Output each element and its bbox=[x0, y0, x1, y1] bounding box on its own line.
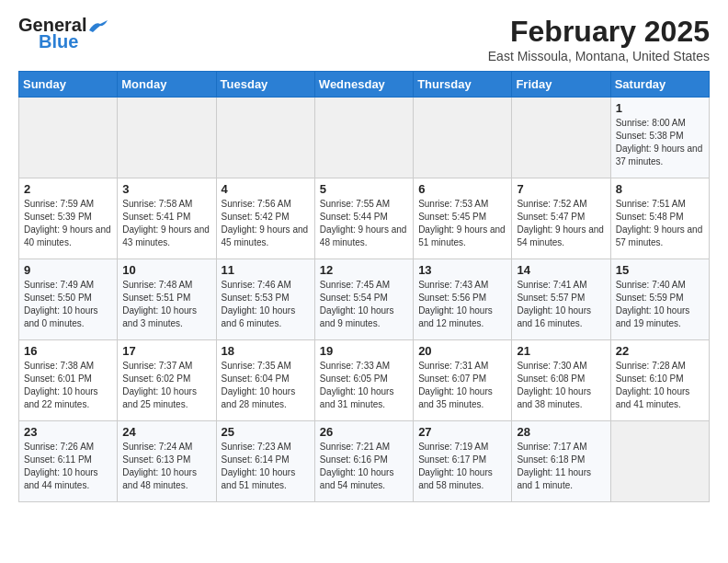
calendar-cell-w4-d1: 16Sunrise: 7:38 AM Sunset: 6:01 PM Dayli… bbox=[19, 340, 118, 421]
calendar-cell-w3-d1: 9Sunrise: 7:49 AM Sunset: 5:50 PM Daylig… bbox=[19, 259, 118, 340]
day-info: Sunrise: 7:43 AM Sunset: 5:56 PM Dayligh… bbox=[418, 279, 506, 330]
calendar-table: Sunday Monday Tuesday Wednesday Thursday… bbox=[18, 71, 710, 502]
calendar-cell-w4-d4: 19Sunrise: 7:33 AM Sunset: 6:05 PM Dayli… bbox=[314, 340, 413, 421]
day-number: 20 bbox=[418, 344, 506, 358]
calendar-cell-w5-d4: 26Sunrise: 7:21 AM Sunset: 6:16 PM Dayli… bbox=[314, 421, 413, 502]
day-info: Sunrise: 7:24 AM Sunset: 6:13 PM Dayligh… bbox=[122, 441, 210, 492]
calendar-cell-w5-d1: 23Sunrise: 7:26 AM Sunset: 6:11 PM Dayli… bbox=[19, 421, 118, 502]
calendar-cell-w3-d7: 15Sunrise: 7:40 AM Sunset: 5:59 PM Dayli… bbox=[610, 259, 709, 340]
day-number: 5 bbox=[320, 182, 408, 196]
calendar-cell-w2-d4: 5Sunrise: 7:55 AM Sunset: 5:44 PM Daylig… bbox=[314, 178, 413, 259]
logo-part2: Blue bbox=[39, 31, 78, 52]
day-number: 12 bbox=[320, 263, 408, 277]
calendar-cell-w2-d1: 2Sunrise: 7:59 AM Sunset: 5:39 PM Daylig… bbox=[19, 178, 118, 259]
calendar-cell-w1-d7: 1Sunrise: 8:00 AM Sunset: 5:38 PM Daylig… bbox=[610, 98, 709, 178]
logo-bird-icon bbox=[87, 19, 108, 34]
calendar-cell-w3-d6: 14Sunrise: 7:41 AM Sunset: 5:57 PM Dayli… bbox=[512, 259, 610, 340]
calendar-cell-w2-d6: 7Sunrise: 7:52 AM Sunset: 5:47 PM Daylig… bbox=[512, 178, 610, 259]
calendar-header-row: Sunday Monday Tuesday Wednesday Thursday… bbox=[19, 72, 710, 98]
day-info: Sunrise: 7:49 AM Sunset: 5:50 PM Dayligh… bbox=[24, 279, 112, 330]
calendar-cell-w2-d2: 3Sunrise: 7:58 AM Sunset: 5:41 PM Daylig… bbox=[118, 178, 216, 259]
day-number: 10 bbox=[122, 263, 210, 277]
title-area: February 2025 East Missoula, Montana, Un… bbox=[488, 15, 710, 63]
day-number: 17 bbox=[122, 344, 210, 358]
day-info: Sunrise: 7:35 AM Sunset: 6:04 PM Dayligh… bbox=[222, 360, 310, 411]
calendar-cell-w2-d7: 8Sunrise: 7:51 AM Sunset: 5:48 PM Daylig… bbox=[610, 178, 709, 259]
day-info: Sunrise: 7:45 AM Sunset: 5:54 PM Dayligh… bbox=[320, 279, 408, 330]
calendar-cell-w1-d6 bbox=[512, 98, 610, 178]
calendar-cell-w4-d2: 17Sunrise: 7:37 AM Sunset: 6:02 PM Dayli… bbox=[118, 340, 216, 421]
day-number: 18 bbox=[222, 344, 310, 358]
day-info: Sunrise: 7:26 AM Sunset: 6:11 PM Dayligh… bbox=[24, 441, 112, 492]
header-friday: Friday bbox=[512, 72, 610, 98]
month-title: February 2025 bbox=[488, 15, 710, 49]
calendar-cell-w3-d5: 13Sunrise: 7:43 AM Sunset: 5:56 PM Dayli… bbox=[414, 259, 512, 340]
header-tuesday: Tuesday bbox=[216, 72, 314, 98]
calendar-body: 1Sunrise: 8:00 AM Sunset: 5:38 PM Daylig… bbox=[19, 98, 710, 502]
day-number: 2 bbox=[24, 182, 112, 196]
day-info: Sunrise: 7:48 AM Sunset: 5:51 PM Dayligh… bbox=[122, 279, 210, 330]
day-info: Sunrise: 7:21 AM Sunset: 6:16 PM Dayligh… bbox=[320, 441, 408, 492]
calendar-week-4: 16Sunrise: 7:38 AM Sunset: 6:01 PM Dayli… bbox=[19, 340, 710, 421]
calendar-cell-w5-d7 bbox=[610, 421, 709, 502]
calendar-cell-w5-d3: 25Sunrise: 7:23 AM Sunset: 6:14 PM Dayli… bbox=[216, 421, 314, 502]
header-wednesday: Wednesday bbox=[314, 72, 413, 98]
header-thursday: Thursday bbox=[414, 72, 512, 98]
calendar-cell-w3-d4: 12Sunrise: 7:45 AM Sunset: 5:54 PM Dayli… bbox=[314, 259, 413, 340]
day-number: 27 bbox=[418, 425, 506, 439]
day-info: Sunrise: 7:58 AM Sunset: 5:41 PM Dayligh… bbox=[122, 198, 210, 249]
calendar-cell-w4-d5: 20Sunrise: 7:31 AM Sunset: 6:07 PM Dayli… bbox=[414, 340, 512, 421]
calendar-cell-w1-d4 bbox=[314, 98, 413, 178]
day-number: 22 bbox=[616, 344, 704, 358]
calendar-cell-w4-d6: 21Sunrise: 7:30 AM Sunset: 6:08 PM Dayli… bbox=[512, 340, 610, 421]
day-number: 9 bbox=[24, 263, 112, 277]
calendar-cell-w2-d5: 6Sunrise: 7:53 AM Sunset: 5:45 PM Daylig… bbox=[414, 178, 512, 259]
day-info: Sunrise: 7:46 AM Sunset: 5:53 PM Dayligh… bbox=[222, 279, 310, 330]
calendar-cell-w1-d1 bbox=[19, 98, 118, 178]
calendar-week-1: 1Sunrise: 8:00 AM Sunset: 5:38 PM Daylig… bbox=[19, 98, 710, 178]
logo: General Blue bbox=[18, 15, 108, 52]
calendar-cell-w1-d3 bbox=[216, 98, 314, 178]
day-info: Sunrise: 7:38 AM Sunset: 6:01 PM Dayligh… bbox=[24, 360, 112, 411]
day-number: 19 bbox=[320, 344, 408, 358]
day-number: 14 bbox=[517, 263, 605, 277]
day-info: Sunrise: 7:55 AM Sunset: 5:44 PM Dayligh… bbox=[320, 198, 408, 249]
calendar-cell-w3-d3: 11Sunrise: 7:46 AM Sunset: 5:53 PM Dayli… bbox=[216, 259, 314, 340]
day-info: Sunrise: 7:19 AM Sunset: 6:17 PM Dayligh… bbox=[418, 441, 506, 492]
day-info: Sunrise: 7:56 AM Sunset: 5:42 PM Dayligh… bbox=[222, 198, 310, 249]
day-info: Sunrise: 7:33 AM Sunset: 6:05 PM Dayligh… bbox=[320, 360, 408, 411]
calendar-cell-w1-d2 bbox=[118, 98, 216, 178]
page-container: General Blue February 2025 East Missoula… bbox=[0, 0, 728, 517]
day-info: Sunrise: 7:37 AM Sunset: 6:02 PM Dayligh… bbox=[122, 360, 210, 411]
day-info: Sunrise: 7:40 AM Sunset: 5:59 PM Dayligh… bbox=[616, 279, 704, 330]
calendar-cell-w2-d3: 4Sunrise: 7:56 AM Sunset: 5:42 PM Daylig… bbox=[216, 178, 314, 259]
header-sunday: Sunday bbox=[19, 72, 118, 98]
day-info: Sunrise: 7:41 AM Sunset: 5:57 PM Dayligh… bbox=[517, 279, 605, 330]
day-number: 13 bbox=[418, 263, 506, 277]
calendar-cell-w5-d5: 27Sunrise: 7:19 AM Sunset: 6:17 PM Dayli… bbox=[414, 421, 512, 502]
day-number: 11 bbox=[222, 263, 310, 277]
day-number: 7 bbox=[517, 182, 605, 196]
day-info: Sunrise: 7:53 AM Sunset: 5:45 PM Dayligh… bbox=[418, 198, 506, 249]
day-number: 16 bbox=[24, 344, 112, 358]
day-number: 26 bbox=[320, 425, 408, 439]
header-saturday: Saturday bbox=[610, 72, 709, 98]
day-number: 6 bbox=[418, 182, 506, 196]
location: East Missoula, Montana, United States bbox=[488, 49, 710, 63]
day-info: Sunrise: 7:51 AM Sunset: 5:48 PM Dayligh… bbox=[616, 198, 704, 249]
day-info: Sunrise: 7:17 AM Sunset: 6:18 PM Dayligh… bbox=[517, 441, 605, 492]
day-number: 1 bbox=[616, 101, 704, 115]
day-info: Sunrise: 7:59 AM Sunset: 5:39 PM Dayligh… bbox=[24, 198, 112, 249]
day-number: 15 bbox=[616, 263, 704, 277]
header-monday: Monday bbox=[118, 72, 216, 98]
day-number: 23 bbox=[24, 425, 112, 439]
calendar-cell-w3-d2: 10Sunrise: 7:48 AM Sunset: 5:51 PM Dayli… bbox=[118, 259, 216, 340]
day-number: 3 bbox=[122, 182, 210, 196]
calendar-cell-w1-d5 bbox=[414, 98, 512, 178]
day-number: 24 bbox=[122, 425, 210, 439]
day-info: Sunrise: 7:23 AM Sunset: 6:14 PM Dayligh… bbox=[222, 441, 310, 492]
calendar-cell-w4-d3: 18Sunrise: 7:35 AM Sunset: 6:04 PM Dayli… bbox=[216, 340, 314, 421]
calendar-week-5: 23Sunrise: 7:26 AM Sunset: 6:11 PM Dayli… bbox=[19, 421, 710, 502]
day-info: Sunrise: 7:28 AM Sunset: 6:10 PM Dayligh… bbox=[616, 360, 704, 411]
day-info: Sunrise: 8:00 AM Sunset: 5:38 PM Dayligh… bbox=[616, 117, 704, 168]
